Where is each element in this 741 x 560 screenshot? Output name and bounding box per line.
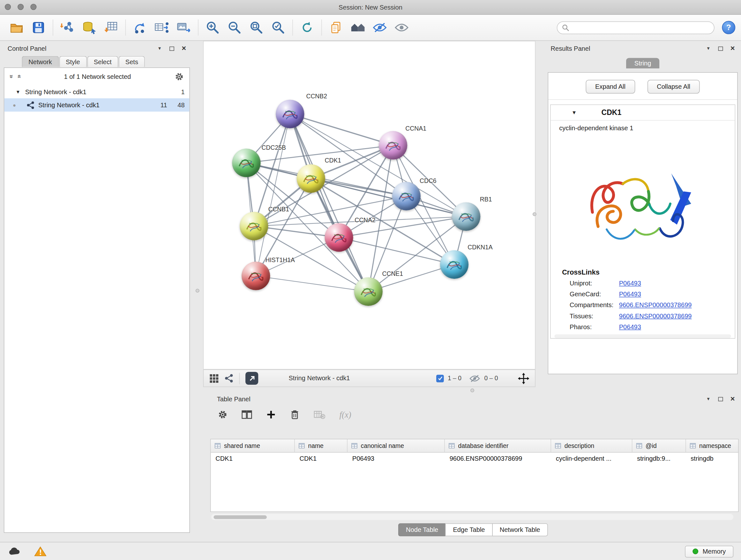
network-edge[interactable]: [311, 179, 466, 216]
splitter-handle-right[interactable]: [533, 212, 536, 216]
selected-nodes-checkbox[interactable]: [436, 374, 444, 382]
zoom-selected-button[interactable]: [267, 17, 289, 37]
splitter-handle-left[interactable]: [196, 289, 199, 293]
network-edge[interactable]: [290, 114, 393, 145]
search-input[interactable]: [572, 23, 709, 32]
table-hscrollbar-thumb[interactable]: [213, 515, 267, 519]
column-header-namespace[interactable]: namespace: [686, 439, 738, 452]
show-columns-icon[interactable]: [242, 410, 252, 420]
panel-float-icon[interactable]: [718, 46, 723, 51]
help-button[interactable]: ?: [722, 21, 736, 34]
add-column-icon[interactable]: [266, 410, 276, 420]
network-collection-row[interactable]: ▼ String Network - cdk1 1: [4, 85, 189, 98]
column-header-shared-name[interactable]: shared name: [211, 439, 294, 452]
network-node-ccna1[interactable]: [379, 131, 407, 160]
table-cell[interactable]: CDK1: [295, 453, 347, 465]
export-image-button[interactable]: [173, 17, 194, 37]
import-table-button[interactable]: [100, 17, 122, 37]
search-box[interactable]: [557, 21, 715, 34]
panel-close-icon[interactable]: ×: [182, 45, 186, 52]
collapse-section-icon[interactable]: ▼: [571, 110, 577, 116]
hide-unhide-button[interactable]: [369, 17, 391, 37]
import-network-button[interactable]: [57, 17, 78, 37]
cloud-icon[interactable]: [8, 547, 21, 556]
tab-style[interactable]: Style: [59, 56, 86, 67]
network-node-ccnb1[interactable]: [240, 212, 268, 240]
birds-eye-view-icon[interactable]: [209, 374, 219, 383]
panel-close-icon[interactable]: ×: [731, 45, 735, 52]
network-edge[interactable]: [339, 238, 454, 265]
table-cell[interactable]: stringdb:9...: [632, 453, 686, 465]
expand-all-icon[interactable]: »: [15, 75, 22, 78]
network-node-cdc25b[interactable]: [232, 149, 260, 177]
table-cell[interactable]: 9606.ENSP00000378699: [445, 453, 551, 465]
network-node-cdk1[interactable]: [297, 165, 325, 193]
new-network-button[interactable]: [129, 17, 151, 37]
gene-section-header[interactable]: ▼ CDK1: [551, 105, 735, 121]
table-cell[interactable]: stringdb: [686, 453, 738, 465]
tab-string[interactable]: String: [626, 58, 659, 68]
table-cell[interactable]: P06493: [347, 453, 445, 465]
hidden-eye-icon[interactable]: [469, 374, 481, 382]
results-hscrollbar[interactable]: [554, 334, 731, 338]
tab-network-table[interactable]: Network Table: [492, 523, 548, 536]
gear-icon[interactable]: [218, 410, 227, 420]
table-row[interactable]: CDK1CDK1P064939606.ENSP00000378699cyclin…: [211, 453, 738, 465]
close-window-button[interactable]: [5, 4, 11, 10]
tree-expand-icon[interactable]: ▼: [16, 89, 20, 94]
network-edge[interactable]: [290, 114, 368, 292]
column-header-name[interactable]: name: [295, 439, 347, 452]
zoom-out-button[interactable]: [224, 17, 246, 37]
tab-select[interactable]: Select: [87, 56, 118, 67]
network-row-selected[interactable]: ● String Network - cdk1 11 48: [4, 98, 189, 112]
tab-node-table[interactable]: Node Table: [398, 523, 446, 536]
panel-float-icon[interactable]: [718, 397, 723, 401]
pan-move-icon[interactable]: [518, 373, 529, 384]
panel-menu-icon[interactable]: ▼: [157, 46, 161, 51]
table-cell[interactable]: CDK1: [211, 453, 294, 465]
home-button[interactable]: [347, 17, 368, 37]
column-header-canonical-name[interactable]: canonical name: [347, 439, 445, 452]
open-session-button[interactable]: [6, 17, 27, 37]
zoom-in-button[interactable]: [202, 17, 223, 37]
panel-close-icon[interactable]: ×: [731, 395, 735, 403]
apply-layout-button[interactable]: [296, 17, 318, 37]
copy-document-button[interactable]: [325, 17, 347, 37]
network-node-rb1[interactable]: [452, 202, 480, 231]
new-network-from-table-button[interactable]: [151, 17, 173, 37]
show-graphics-button[interactable]: [391, 17, 412, 37]
tab-edge-table[interactable]: Edge Table: [446, 523, 493, 536]
column-header-database-identifier[interactable]: database identifier: [445, 439, 551, 452]
network-node-cdkn1a[interactable]: [440, 250, 468, 279]
network-node-ccnb2[interactable]: [276, 100, 304, 128]
gear-icon[interactable]: [175, 72, 184, 81]
column-header-description[interactable]: description: [551, 439, 632, 452]
crosslink-link[interactable]: P06493: [619, 323, 641, 330]
zoom-window-button[interactable]: [30, 4, 37, 10]
network-canvas[interactable]: CCNB2CCNA1CDC25BCDK1CDC6RB1CCNB1CCNA2CDK…: [203, 41, 536, 369]
crosslink-link[interactable]: 9606.ENSP00000378699: [619, 302, 692, 309]
network-node-ccna2[interactable]: [325, 223, 353, 252]
column-header-@id[interactable]: @id: [632, 439, 686, 452]
panel-menu-icon[interactable]: ▼: [706, 396, 711, 401]
panel-float-icon[interactable]: [170, 46, 174, 51]
import-network-from-database-button[interactable]: [78, 17, 100, 37]
network-edge[interactable]: [256, 276, 368, 292]
network-node-ccne1[interactable]: [354, 277, 383, 306]
delete-column-icon[interactable]: [290, 409, 300, 420]
share-network-icon[interactable]: [225, 374, 233, 383]
network-edge[interactable]: [256, 114, 290, 276]
splitter-handle-bottom[interactable]: [470, 388, 474, 392]
network-node-cdc6[interactable]: [392, 182, 421, 210]
table-cell[interactable]: cyclin-dependent ...: [551, 453, 632, 465]
open-in-new-window-button[interactable]: [246, 372, 258, 385]
table-hscrollbar[interactable]: [211, 514, 733, 520]
panel-menu-icon[interactable]: ▼: [706, 46, 711, 51]
expand-all-button[interactable]: Expand All: [586, 80, 635, 94]
crosslink-link[interactable]: P06493: [619, 280, 641, 287]
zoom-fit-button[interactable]: [246, 17, 267, 37]
warning-icon[interactable]: [34, 546, 47, 557]
tab-network[interactable]: Network: [22, 56, 58, 67]
collapse-all-button[interactable]: Collapse All: [647, 80, 699, 94]
memory-button[interactable]: Memory: [685, 545, 733, 557]
